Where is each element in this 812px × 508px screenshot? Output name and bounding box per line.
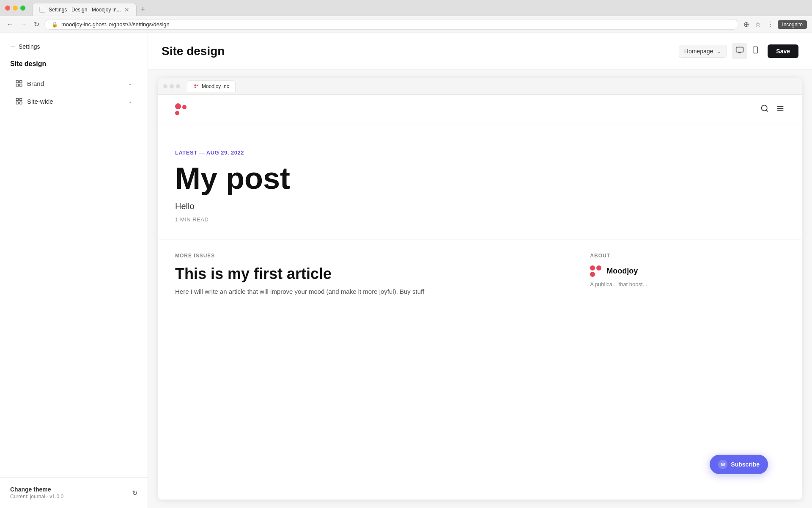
sidebar-footer: Change theme Current: journal - v1.0.0 ↻ [0, 477, 148, 508]
preview-dots [163, 84, 180, 88]
sidebar: ← Settings Site design Brand ⌄ [0, 33, 148, 508]
svg-point-8 [197, 85, 198, 86]
about-dot-1 [590, 265, 595, 271]
hero-tag: LATEST — AUG 29, 2022 [175, 149, 785, 156]
preview-tab-title: Moodjoy Inc [202, 83, 229, 89]
logo-dot-bottom-left [175, 111, 179, 115]
svg-rect-2 [20, 98, 22, 100]
traffic-lights [5, 6, 25, 11]
change-theme-label: Change theme [10, 486, 63, 493]
tab-title: Settings - Design - Moodjoy In... [49, 7, 121, 13]
address-text: moodjoy-inc.ghost.io/ghost/#/settings/de… [61, 21, 731, 28]
brand-chevron-icon: ⌄ [128, 80, 132, 86]
preview-area: Moodjoy Inc [148, 69, 812, 508]
about-desc: A publica... that boost... [590, 280, 785, 289]
edit-icon [15, 80, 23, 87]
svg-rect-1 [16, 98, 18, 100]
desktop-view-button[interactable] [732, 43, 747, 59]
back-to-settings-button[interactable]: ← Settings [0, 33, 148, 57]
preview-tab-favicon [193, 83, 199, 89]
subscribe-label: Subscribe [731, 461, 760, 468]
refresh-icon[interactable]: ↻ [132, 489, 137, 497]
hero-meta: 1 MIN READ [175, 216, 785, 223]
sitewide-label: Site-wide [27, 98, 53, 105]
back-button[interactable]: ← [5, 19, 15, 30]
svg-point-10 [762, 105, 767, 110]
svg-rect-3 [16, 102, 18, 104]
preview-wrapper: LATEST — AUG 29, 2022 My post Hello 1 MI… [158, 95, 802, 500]
back-arrow-icon: ← [10, 43, 16, 50]
preview-tab: Moodjoy Inc [187, 80, 236, 92]
incognito-button[interactable]: Incognito [778, 20, 807, 29]
extensions-button[interactable]: ⊕ [742, 19, 751, 30]
preview-content: LATEST — AUG 29, 2022 My post Hello 1 MI… [158, 95, 802, 309]
new-tab-button[interactable]: + [137, 3, 150, 16]
back-label: Settings [19, 43, 40, 50]
sidebar-title: Site design [0, 57, 148, 75]
active-tab[interactable]: Settings - Design - Moodjoy In... ✕ [32, 3, 137, 16]
svg-point-7 [194, 84, 196, 86]
minimize-window-button[interactable] [13, 6, 18, 11]
sitewide-chevron-icon: ⌄ [128, 98, 132, 104]
about-dot-2 [596, 265, 601, 271]
more-issues-section: MORE ISSUES This is my first article Her… [158, 240, 802, 309]
about-label: ABOUT [590, 253, 785, 259]
main-header: Site design Homepage ⌄ [148, 33, 812, 69]
browser-toolbar: ← → ↻ 🔒 moodjoy-inc.ghost.io/ghost/#/set… [0, 16, 812, 33]
site-search-icon[interactable] [760, 104, 769, 115]
article-excerpt: Here I will write an article that will i… [175, 287, 565, 297]
save-button[interactable]: Save [768, 44, 798, 58]
svg-rect-0 [16, 80, 18, 83]
site-nav-right [760, 104, 785, 115]
main-content: Site design Homepage ⌄ [148, 33, 812, 508]
article-title: This is my first article [175, 265, 565, 282]
browser-tabs: Settings - Design - Moodjoy In... ✕ + [32, 0, 149, 16]
preview-dot-1 [163, 84, 167, 88]
svg-point-9 [195, 87, 196, 88]
device-toggle [732, 43, 763, 59]
site-menu-icon[interactable] [776, 104, 785, 115]
maximize-window-button[interactable] [20, 6, 25, 11]
view-selector-arrow-icon: ⌄ [716, 48, 721, 55]
hero-section: LATEST — AUG 29, 2022 My post Hello 1 MI… [158, 124, 802, 240]
more-issues-label: MORE ISSUES [175, 253, 565, 259]
address-bar[interactable]: 🔒 moodjoy-inc.ghost.io/ghost/#/settings/… [44, 19, 738, 30]
view-selector-dropdown[interactable]: Homepage ⌄ [679, 45, 727, 58]
site-nav [158, 95, 802, 124]
view-selector-label: Homepage [684, 48, 713, 55]
svg-rect-4 [20, 102, 22, 104]
grid-icon [15, 97, 23, 105]
tab-favicon [39, 7, 45, 13]
header-actions: Homepage ⌄ [679, 43, 798, 59]
preview-browser-bar: Moodjoy Inc [158, 78, 802, 95]
about-logo: Moodjoy [590, 265, 785, 277]
browser-titlebar: Settings - Design - Moodjoy In... ✕ + [0, 0, 812, 16]
toolbar-actions: ⊕ ☆ ⋮ Incognito [742, 19, 807, 30]
brand-label: Brand [27, 80, 44, 87]
page-title: Site design [162, 44, 225, 58]
more-issues-left: MORE ISSUES This is my first article Her… [175, 253, 565, 297]
close-window-button[interactable] [5, 6, 10, 11]
about-logo-dots [590, 265, 601, 277]
preview-dot-3 [176, 84, 180, 88]
logo-dot-top-right [182, 105, 187, 109]
about-section: ABOUT [590, 253, 785, 297]
menu-button[interactable]: ⋮ [765, 19, 775, 30]
svg-rect-5 [736, 47, 743, 52]
bookmark-button[interactable]: ☆ [753, 19, 763, 30]
sidebar-item-brand[interactable]: Brand ⌄ [5, 75, 143, 92]
subscribe-overlay[interactable]: ✉ Subscribe [710, 455, 768, 474]
logo-dot-top-left [175, 103, 181, 109]
site-logo [175, 103, 187, 115]
reload-button[interactable]: ↻ [32, 19, 41, 30]
subscribe-icon: ✉ [718, 460, 727, 469]
preview-browser: Moodjoy Inc [158, 78, 802, 500]
hero-subtitle: Hello [175, 202, 785, 211]
sidebar-item-sitewide[interactable]: Site-wide ⌄ [5, 92, 143, 110]
mobile-view-button[interactable] [748, 43, 763, 59]
tab-close-button[interactable]: ✕ [124, 6, 129, 13]
forward-button[interactable]: → [19, 19, 29, 30]
preview-dot-2 [170, 84, 174, 88]
current-theme-label: Current: journal - v1.0.0 [10, 494, 63, 500]
about-title: Moodjoy [606, 267, 638, 276]
